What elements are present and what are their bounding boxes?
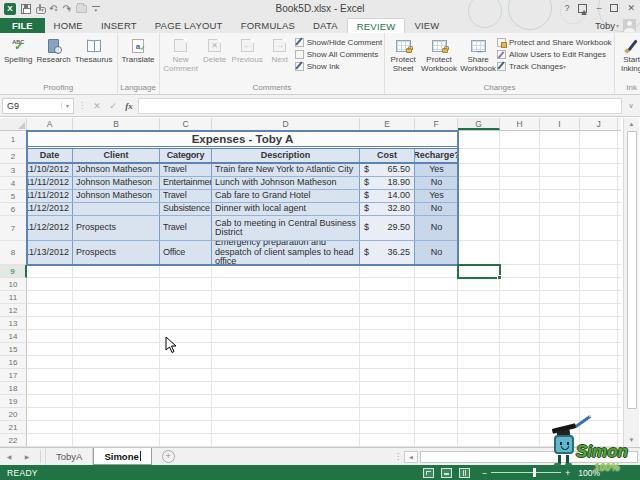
row-header-7[interactable]: 7 [0, 216, 27, 241]
grid-body[interactable]: 12345678910111213141516171819202122 Expe… [0, 131, 621, 447]
formula-input[interactable] [138, 98, 622, 114]
expand-formula-bar-button[interactable]: ∨ [624, 102, 638, 110]
tab-home[interactable]: HOME [45, 18, 92, 33]
selected-cell-G9[interactable] [457, 264, 501, 279]
share-workbook-button[interactable]: ↔ Share Workbook [459, 34, 497, 73]
account-area[interactable]: Toby ▾ [595, 18, 640, 33]
cell-client[interactable]: Johnson Matheson [73, 177, 160, 189]
maximize-button[interactable] [610, 4, 618, 12]
cell-category[interactable]: Office [160, 241, 212, 264]
page-break-view-button[interactable] [459, 468, 470, 478]
tab-page-layout[interactable]: PAGE LAYOUT [146, 18, 232, 33]
cell-recharge[interactable]: No [415, 203, 458, 215]
row-header-20[interactable]: 20 [0, 408, 27, 421]
column-header-I[interactable]: I [540, 118, 580, 130]
header-date[interactable]: Date [27, 149, 73, 162]
fill-handle[interactable] [497, 275, 502, 280]
cell-cost[interactable]: $65.50 [360, 164, 415, 176]
spelling-button[interactable]: ABC✓ Spelling [2, 34, 34, 65]
column-header-H[interactable]: H [500, 118, 540, 130]
row-header-10[interactable]: 10 [0, 278, 27, 291]
row-header-22[interactable]: 22 [0, 434, 27, 447]
cell-recharge[interactable]: No [415, 216, 458, 240]
show-all-comments-button[interactable]: Show All Comments [295, 48, 383, 60]
column-header-E[interactable]: E [360, 118, 415, 130]
cell-client[interactable]: Prospects [73, 241, 160, 264]
minimize-button[interactable]: – [596, 1, 601, 15]
customize-qat-button[interactable]: ▾ [92, 6, 100, 13]
row-header-16[interactable]: 16 [0, 356, 27, 369]
vertical-scroll-thumb[interactable] [627, 131, 637, 409]
ribbon-display-options-button[interactable]: ▲ [578, 4, 587, 13]
protect-sheet-button[interactable]: Protect Sheet [387, 34, 419, 73]
cell-cost[interactable]: $14.00 [360, 190, 415, 202]
cell-client[interactable] [73, 203, 160, 215]
cell-client[interactable]: Johnson Matheson [73, 164, 160, 176]
zoom-thumb[interactable] [533, 468, 536, 477]
row-header-17[interactable]: 17 [0, 369, 27, 382]
row-header-4[interactable]: 4 [0, 177, 27, 190]
next-comment-button[interactable]: → Next [265, 34, 295, 65]
row-header-11[interactable]: 11 [0, 291, 27, 304]
cell-category[interactable]: Subsistence [160, 203, 212, 215]
allow-users-to-edit-ranges-button[interactable]: Allow Users to Edit Ranges [497, 48, 612, 60]
header-client[interactable]: Client [73, 149, 160, 162]
cell-cost[interactable]: $36.25 [360, 241, 415, 264]
cell-date[interactable]: 11/12/2012 [27, 216, 73, 240]
enter-button[interactable]: ✓ [106, 101, 120, 111]
cell-date[interactable]: 11/13/2012 [27, 241, 73, 264]
row-header-5[interactable]: 5 [0, 190, 27, 203]
delete-comment-button[interactable]: ✕ Delete [200, 34, 230, 65]
new-sheet-button[interactable]: + [162, 450, 175, 463]
tab-view[interactable]: VIEW [405, 18, 448, 33]
normal-view-button[interactable] [423, 468, 434, 478]
row-header-3[interactable]: 3 [0, 164, 27, 177]
cell-date[interactable]: 11/11/2012 [27, 177, 73, 189]
open-icon[interactable] [76, 5, 87, 13]
track-changes-button[interactable]: Track Changes ▾ [497, 60, 612, 72]
column-header-J[interactable]: J [580, 118, 618, 130]
page-layout-view-button[interactable] [441, 468, 452, 478]
header-description[interactable]: Description [212, 149, 360, 162]
cancel-button[interactable]: ✕ [90, 101, 104, 111]
show-ink-button[interactable]: Show Ink [295, 60, 383, 72]
cell-category[interactable]: Travel [160, 164, 212, 176]
translate-button[interactable]: a✓ Translate [120, 34, 157, 65]
cell-cost[interactable]: $29.50 [360, 216, 415, 240]
row-header-12[interactable]: 12 [0, 304, 27, 317]
table-title-cell[interactable]: Expenses - Toby A [27, 131, 458, 149]
column-header-A[interactable]: A [27, 118, 73, 130]
sheet-tab-tobya[interactable]: TobyA [45, 448, 93, 465]
cell-client[interactable]: Johnson Matheson [73, 190, 160, 202]
cell-category[interactable]: Travel [160, 216, 212, 240]
protect-workbook-button[interactable]: Protect Workbook [419, 34, 459, 73]
row-header-15[interactable]: 15 [0, 343, 27, 356]
select-all-button[interactable] [0, 118, 27, 130]
cell-cost[interactable]: $18.90 [360, 177, 415, 189]
row-header-13[interactable]: 13 [0, 317, 27, 330]
scroll-up-icon[interactable]: ▲ [629, 118, 635, 131]
sheet-tab-simone[interactable]: Simone [93, 448, 151, 465]
cell-recharge[interactable]: Yes [415, 190, 458, 202]
name-box[interactable]: G9 ▾ [2, 98, 74, 114]
zoom-out-icon[interactable]: − [482, 468, 487, 478]
cell-recharge[interactable]: No [415, 241, 458, 264]
cell-recharge[interactable]: Yes [415, 164, 458, 176]
cell-description[interactable]: Cab to meeting in Central Business Distr… [212, 216, 360, 240]
horizontal-scrollbar[interactable]: ⋮ ◀ [394, 448, 640, 465]
cell-description[interactable]: Lunch with Johnson Matheson [212, 177, 360, 189]
cell-description[interactable]: Train fare New York to Atlantic City [212, 164, 360, 176]
prev-sheet-button[interactable]: ◀ [0, 448, 18, 465]
row-header-18[interactable]: 18 [0, 382, 27, 395]
tab-insert[interactable]: INSERT [92, 18, 146, 33]
show-hide-comment-button[interactable]: Show/Hide Comment [295, 36, 383, 48]
row-header-9[interactable]: 9 [0, 265, 27, 278]
column-header-B[interactable]: B [73, 118, 160, 130]
scroll-down-icon[interactable]: ▼ [629, 434, 635, 447]
row-header-1[interactable]: 1 [0, 131, 27, 149]
zoom-level[interactable]: 100% [578, 468, 600, 478]
close-button[interactable]: ✕ [627, 1, 635, 15]
new-comment-button[interactable]: New Comment [162, 34, 200, 73]
row-header-19[interactable]: 19 [0, 395, 27, 408]
excel-app-icon[interactable]: X [4, 3, 16, 15]
